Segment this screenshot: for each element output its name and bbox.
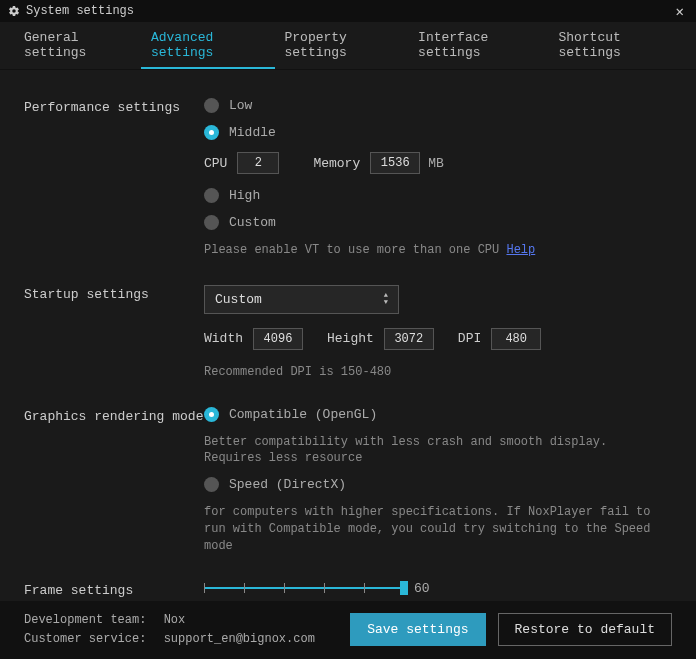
fps-slider[interactable]: [204, 581, 404, 595]
help-link[interactable]: Help: [506, 243, 535, 257]
radio-speed-label: Speed (DirectX): [229, 477, 346, 492]
radio-middle[interactable]: Middle: [204, 125, 672, 140]
vt-hint: Please enable VT to use more than one CP…: [204, 243, 499, 257]
cpu-input[interactable]: [237, 152, 279, 174]
radio-speed[interactable]: Speed (DirectX): [204, 477, 672, 492]
width-input[interactable]: [253, 328, 303, 350]
dpi-input[interactable]: [491, 328, 541, 350]
memory-unit: MB: [428, 156, 444, 171]
support-label: Customer service:: [24, 632, 146, 646]
radio-dot-icon: [204, 407, 219, 422]
startup-section-label: Startup settings: [24, 285, 204, 387]
radio-custom-label: Custom: [229, 215, 276, 230]
restore-button[interactable]: Restore to default: [498, 613, 672, 646]
titlebar: System settings ✕: [0, 0, 696, 22]
slider-tick: [244, 583, 245, 593]
radio-compatible[interactable]: Compatible (OpenGL): [204, 407, 672, 422]
footer: Development team: Nox Customer service: …: [0, 601, 696, 659]
radio-dot-icon: [204, 188, 219, 203]
dpi-hint: Recommended DPI is 150-480: [204, 364, 672, 381]
support-value: support_en@bignox.com: [164, 632, 315, 646]
radio-middle-label: Middle: [229, 125, 276, 140]
dpi-label: DPI: [458, 331, 481, 346]
memory-input[interactable]: [370, 152, 420, 174]
dev-team-value: Nox: [164, 613, 186, 627]
radio-low[interactable]: Low: [204, 98, 672, 113]
radio-high[interactable]: High: [204, 188, 672, 203]
width-label: Width: [204, 331, 243, 346]
dev-team-label: Development team:: [24, 613, 146, 627]
tab-shortcut[interactable]: Shortcut settings: [548, 22, 682, 69]
height-input[interactable]: [384, 328, 434, 350]
window-title: System settings: [26, 4, 672, 18]
close-icon[interactable]: ✕: [672, 3, 688, 20]
radio-dot-icon: [204, 477, 219, 492]
graphics-section-label: Graphics rendering mode: [24, 407, 204, 561]
slider-thumb[interactable]: [400, 581, 408, 595]
speed-hint: for computers with higher specifications…: [204, 504, 672, 554]
tab-interface[interactable]: Interface settings: [408, 22, 548, 69]
startup-select[interactable]: Custom ▲▼: [204, 285, 399, 314]
tab-bar: General settings Advanced settings Prope…: [0, 22, 696, 70]
startup-select-value: Custom: [215, 292, 262, 307]
height-label: Height: [327, 331, 374, 346]
tab-property[interactable]: Property settings: [275, 22, 409, 69]
radio-compatible-label: Compatible (OpenGL): [229, 407, 377, 422]
fps-value: 60: [414, 581, 430, 596]
slider-tick: [284, 583, 285, 593]
gear-icon: [8, 5, 20, 17]
tab-advanced[interactable]: Advanced settings: [141, 22, 275, 69]
cpu-label: CPU: [204, 156, 227, 171]
slider-track: [204, 587, 404, 589]
slider-tick: [324, 583, 325, 593]
radio-low-label: Low: [229, 98, 252, 113]
chevron-updown-icon: ▲▼: [384, 292, 388, 306]
save-button[interactable]: Save settings: [350, 613, 485, 646]
radio-dot-icon: [204, 98, 219, 113]
radio-custom[interactable]: Custom: [204, 215, 672, 230]
memory-label: Memory: [313, 156, 360, 171]
slider-tick: [204, 583, 205, 593]
slider-tick: [364, 583, 365, 593]
performance-section-label: Performance settings: [24, 98, 204, 265]
compatible-hint: Better compatibility with less crash and…: [204, 434, 672, 468]
radio-dot-icon: [204, 215, 219, 230]
radio-dot-icon: [204, 125, 219, 140]
radio-high-label: High: [229, 188, 260, 203]
tab-general[interactable]: General settings: [14, 22, 141, 69]
